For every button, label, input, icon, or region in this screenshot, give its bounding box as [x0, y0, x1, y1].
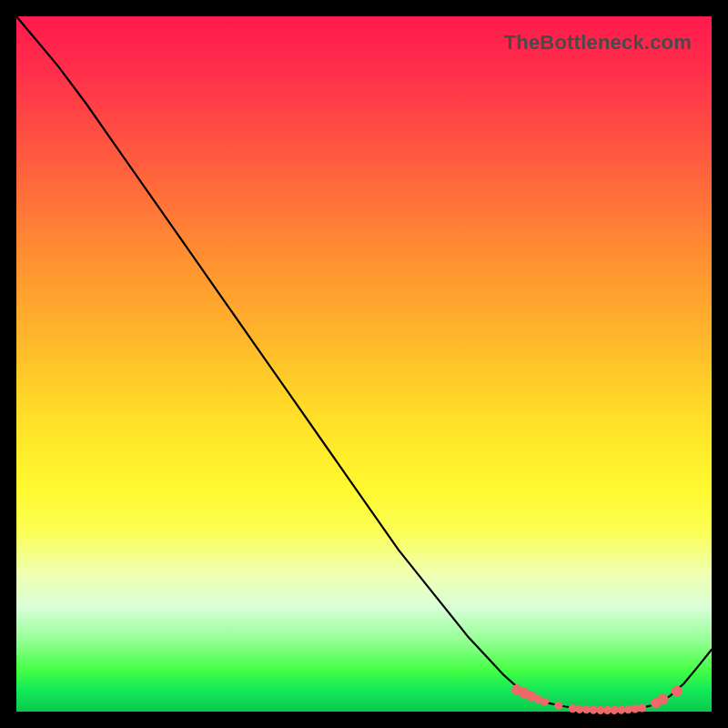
- curve-marker: [569, 704, 576, 712]
- curve-markers: [512, 685, 682, 714]
- curve-marker: [576, 705, 583, 713]
- curve-marker: [611, 706, 618, 713]
- bottleneck-curve: [16, 16, 712, 711]
- curve-marker: [658, 694, 668, 704]
- chart-frame: TheBottleneck.com: [0, 0, 728, 728]
- curve-marker: [555, 702, 562, 709]
- curve-marker: [638, 704, 645, 712]
- chart-svg: [16, 16, 712, 712]
- curve-marker: [632, 705, 639, 713]
- plot-area: TheBottleneck.com: [16, 16, 712, 712]
- curve-marker: [672, 686, 682, 696]
- curve-marker: [624, 705, 632, 713]
- curve-marker: [590, 706, 597, 713]
- curve-marker: [541, 698, 548, 705]
